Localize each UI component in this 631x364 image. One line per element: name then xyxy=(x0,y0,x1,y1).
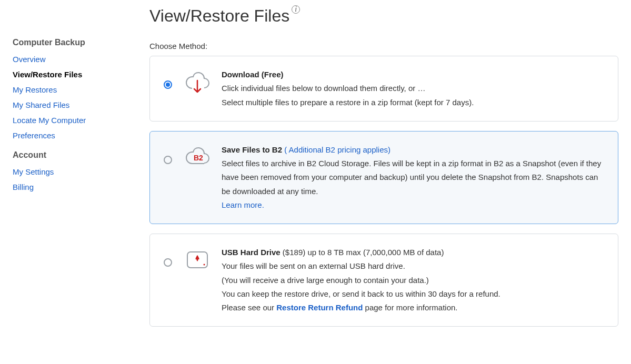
sidebar-item-preferences[interactable]: Preferences xyxy=(13,131,149,140)
restore-return-refund-link[interactable]: Restore Return Refund xyxy=(276,303,363,312)
b2-learn-more-link[interactable]: Learn more. xyxy=(222,200,264,209)
method-usb-title-extra: ($189) up to 8 TB max (7,000,000 MB of d… xyxy=(281,248,444,257)
radio-download[interactable] xyxy=(164,80,172,89)
svg-point-2 xyxy=(204,264,205,266)
sidebar-item-billing[interactable]: Billing xyxy=(13,183,149,191)
info-icon[interactable]: i xyxy=(292,5,300,14)
sidebar-item-view-restore-files[interactable]: View/Restore Files xyxy=(13,70,149,79)
sidebar-section-account: Account xyxy=(13,150,149,160)
radio-usb[interactable] xyxy=(164,258,172,267)
sidebar-item-my-settings[interactable]: My Settings xyxy=(13,167,149,176)
method-usb-line2: (You will receive a drive large enough t… xyxy=(222,274,605,287)
method-usb-title: USB Hard Drive xyxy=(222,248,281,257)
page-title-text: View/Restore Files xyxy=(149,6,289,26)
sidebar-item-my-restores[interactable]: My Restores xyxy=(13,85,149,94)
radio-b2[interactable] xyxy=(164,156,172,164)
method-usb-line3: You can keep the restore drive, or send … xyxy=(222,287,605,301)
page-title: View/Restore Files i xyxy=(149,6,618,26)
method-usb-line4b: page for more information. xyxy=(363,303,457,312)
method-b2-body: Select files to archive in B2 Cloud Stor… xyxy=(222,157,605,198)
method-usb[interactable]: USB Hard Drive ($189) up to 8 TB max (7,… xyxy=(149,234,618,327)
svg-text:B2: B2 xyxy=(194,154,203,162)
choose-method-label: Choose Method: xyxy=(149,42,618,50)
sidebar-section-computer-backup: Computer Backup xyxy=(13,38,149,47)
method-download-line2: Select multiple files to prepare a resto… xyxy=(222,96,605,109)
method-usb-line1: Your files will be sent on an external U… xyxy=(222,259,605,273)
method-download-title: Download (Free) xyxy=(222,70,284,79)
method-usb-line4a: Please see our xyxy=(222,303,276,312)
main-content: View/Restore Files i Choose Method: Down… xyxy=(149,6,618,336)
method-download-line1: Click individual files below to download… xyxy=(222,82,605,95)
method-b2[interactable]: B2 Save Files to B2 ( Additional B2 pric… xyxy=(149,131,618,224)
cloud-download-icon xyxy=(184,71,211,95)
usb-drive-icon xyxy=(184,249,211,272)
sidebar-item-locate-my-computer[interactable]: Locate My Computer xyxy=(13,116,149,125)
sidebar-item-my-shared-files[interactable]: My Shared Files xyxy=(13,100,149,109)
method-download[interactable]: Download (Free) Click individual files b… xyxy=(149,56,618,122)
b2-pricing-link[interactable]: ( Additional B2 pricing applies) xyxy=(284,145,390,154)
sidebar-item-overview[interactable]: Overview xyxy=(13,55,149,64)
cloud-b2-icon: B2 xyxy=(184,146,211,167)
method-b2-title: Save Files to B2 xyxy=(222,145,282,154)
sidebar: Computer Backup Overview View/Restore Fi… xyxy=(13,6,149,336)
